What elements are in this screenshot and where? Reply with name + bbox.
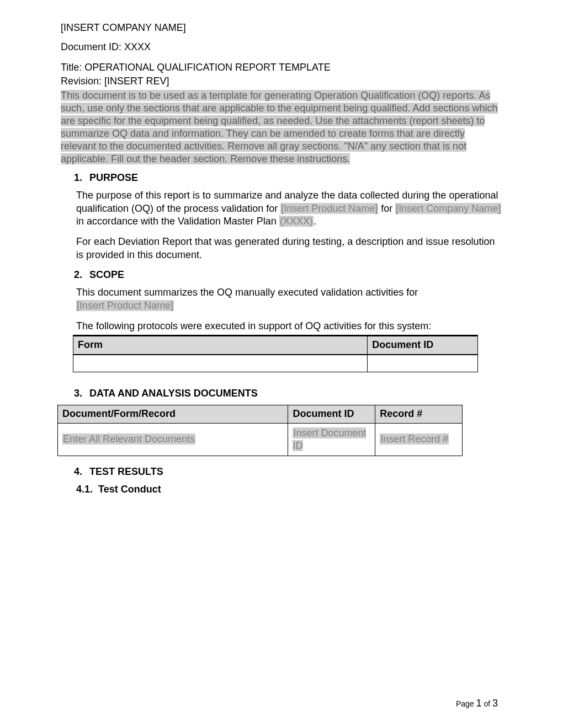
- instruction-highlight: This document is to be used as a templat…: [61, 90, 498, 164]
- col-form: Form: [73, 336, 368, 355]
- section-2-body: This document summarizes the OQ manually…: [76, 286, 502, 372]
- doc-placeholder: Enter All Relevant Documents: [62, 433, 195, 445]
- text-span: in accordance with the Validation Master…: [76, 216, 279, 227]
- purpose-paragraph-1: The purpose of this report is to summari…: [76, 189, 502, 228]
- cell-document-id: [368, 355, 478, 372]
- section-4-heading: 4. TEST RESULTS: [74, 466, 502, 478]
- section-number: 1.: [74, 172, 89, 184]
- scope-paragraph-1: This document summarizes the OQ manually…: [76, 286, 502, 312]
- document-page: [INSERT COMPANY NAME] Document ID: XXXX …: [0, 0, 563, 728]
- product-placeholder: [Insert Product Name]: [76, 300, 174, 311]
- cell-record: Insert Record #: [375, 423, 463, 456]
- company-placeholder: [Insert Company Name]: [395, 203, 501, 214]
- col-document-form-record: Document/Form/Record: [58, 405, 288, 423]
- table-row: [73, 355, 478, 372]
- section-1-heading: 1. PURPOSE: [74, 172, 502, 184]
- company-name: [INSERT COMPANY NAME]: [61, 22, 502, 34]
- cell-doc: Enter All Relevant Documents: [58, 423, 288, 456]
- col-document-id: Document ID: [288, 405, 375, 423]
- col-record-num: Record #: [375, 405, 463, 423]
- text-span: for: [378, 203, 395, 214]
- section-1-body: The purpose of this report is to summari…: [76, 189, 502, 261]
- table-row: Enter All Relevant Documents Insert Docu…: [58, 423, 463, 456]
- cell-doc-id: Insert Document ID: [288, 423, 375, 456]
- instruction-text: This document is to be used as a templat…: [61, 89, 502, 165]
- section-title: DATA AND ANALYSIS DOCUMENTS: [89, 388, 258, 399]
- section-2-heading: 2. SCOPE: [74, 269, 502, 281]
- document-title: Title: OPERATIONAL QUALIFICATION REPORT …: [61, 62, 502, 73]
- footer-prefix: Page: [456, 699, 476, 708]
- subsection-4-1: 4.1. Test Conduct: [76, 483, 502, 496]
- table-header-row: Document/Form/Record Document ID Record …: [58, 405, 463, 423]
- section-number: 2.: [74, 269, 89, 281]
- scope-paragraph-2: The following protocols were executed in…: [76, 320, 502, 333]
- cell-form: [73, 355, 368, 372]
- page-footer: Page 1 of 3: [456, 698, 498, 709]
- purpose-paragraph-2: For each Deviation Report that was gener…: [76, 235, 502, 261]
- section-3-body: Document/Form/Record Document ID Record …: [61, 405, 502, 456]
- document-id: Document ID: XXXX: [61, 41, 502, 53]
- product-placeholder: [Insert Product Name]: [280, 203, 378, 214]
- vmp-placeholder: (XXXX): [279, 216, 314, 227]
- section-4-body: 4.1. Test Conduct: [76, 483, 502, 496]
- text-span: This document summarizes the OQ manually…: [76, 287, 418, 298]
- section-number: 3.: [74, 388, 89, 399]
- table-header-row: Form Document ID: [73, 336, 478, 355]
- footer-of: of: [482, 699, 492, 708]
- total-pages: 3: [492, 698, 498, 709]
- section-title: SCOPE: [89, 269, 124, 281]
- section-number: 4.: [74, 466, 89, 478]
- subsection-number: 4.1.: [76, 484, 93, 495]
- record-placeholder: Insert Record #: [380, 433, 449, 445]
- revision-line: Revision: [INSERT REV]: [61, 76, 502, 87]
- docid-placeholder: Insert Document ID: [293, 427, 366, 451]
- section-title: TEST RESULTS: [89, 466, 163, 478]
- col-document-id: Document ID: [368, 336, 478, 355]
- page-number: 1: [476, 698, 482, 709]
- section-3-heading: 3. DATA AND ANALYSIS DOCUMENTS: [74, 388, 502, 399]
- subsection-title: Test Conduct: [98, 484, 161, 495]
- protocols-table: Form Document ID: [73, 335, 478, 372]
- data-analysis-table: Document/Form/Record Document ID Record …: [57, 405, 463, 456]
- text-span: .: [314, 216, 316, 227]
- section-title: PURPOSE: [89, 172, 138, 184]
